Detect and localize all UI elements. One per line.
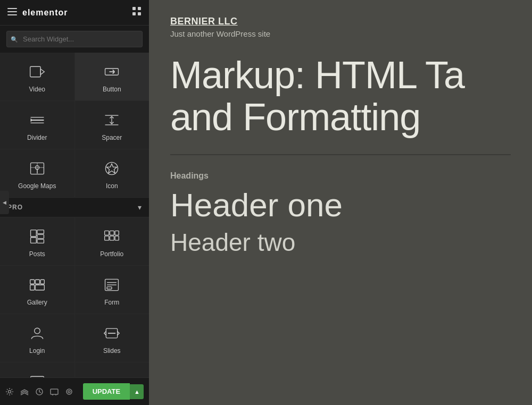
svg-rect-37 — [115, 236, 119, 240]
site-title: BERNIER LLC — [170, 16, 511, 27]
sidebar-footer: UPDATE ▲ — [0, 377, 149, 405]
widget-login[interactable]: Login — [0, 314, 74, 362]
svg-rect-3 — [132, 7, 136, 10]
gallery-icon — [28, 275, 47, 294]
site-preview: BERNIER LLC Just another WordPress site … — [149, 0, 532, 273]
svg-rect-32 — [105, 231, 109, 235]
page-title: Markup: HTML Ta and Formatting — [170, 54, 511, 138]
svg-rect-34 — [115, 231, 119, 235]
widget-portfolio-label: Portfolio — [100, 250, 123, 258]
update-dropdown-button[interactable]: ▲ — [130, 384, 144, 399]
svg-rect-41 — [30, 285, 34, 290]
widget-google-maps[interactable]: Google Maps — [0, 149, 74, 197]
header-two: Header two — [170, 228, 511, 257]
svg-point-47 — [34, 328, 40, 334]
svg-rect-36 — [110, 236, 114, 240]
widget-gallery-label: Gallery — [27, 299, 47, 306]
svg-marker-26 — [106, 164, 117, 173]
svg-rect-6 — [138, 12, 141, 15]
widget-login-label: Login — [29, 347, 45, 355]
widget-slides[interactable]: Slides — [75, 314, 149, 362]
svg-rect-30 — [37, 234, 44, 238]
button-icon — [102, 62, 121, 81]
svg-rect-40 — [40, 280, 44, 284]
slides-icon — [102, 324, 121, 343]
video-icon — [28, 62, 47, 81]
svg-rect-38 — [30, 280, 34, 284]
pro-section-arrow: ▾ — [138, 203, 142, 212]
widget-button[interactable]: Button — [75, 53, 149, 100]
svg-rect-1 — [7, 11, 17, 12]
svg-rect-46 — [107, 287, 112, 289]
widget-google-maps-label: Google Maps — [18, 182, 56, 190]
svg-marker-8 — [40, 69, 44, 75]
svg-rect-42 — [35, 285, 44, 290]
pro-section-header[interactable]: PRO ▾ — [0, 197, 149, 217]
widget-animated-headline[interactable]: Abc Animated Headline — [75, 362, 149, 377]
preview-icon[interactable] — [65, 387, 73, 396]
svg-marker-16 — [30, 118, 32, 122]
widget-posts[interactable]: Posts — [0, 217, 74, 265]
animated-headline-icon: Abc — [102, 372, 121, 377]
brand-name: elementor — [22, 8, 68, 18]
svg-point-61 — [68, 391, 70, 393]
svg-rect-7 — [30, 66, 40, 77]
widget-gallery[interactable]: Gallery — [0, 266, 74, 314]
widget-nav-menu[interactable]: Nav Menu — [0, 362, 74, 377]
svg-rect-31 — [37, 239, 44, 243]
main-preview: BERNIER LLC Just another WordPress site … — [149, 0, 532, 405]
svg-rect-33 — [110, 231, 114, 235]
widget-divider[interactable]: Divider — [0, 101, 74, 149]
search-input[interactable] — [6, 31, 143, 47]
svg-rect-39 — [35, 280, 39, 284]
widgets-container: Video Button — [0, 53, 149, 377]
footer-icons — [5, 387, 73, 396]
widget-portfolio[interactable]: Portfolio — [75, 217, 149, 265]
posts-icon — [28, 227, 47, 246]
collapse-handle[interactable] — [0, 191, 9, 214]
svg-rect-5 — [132, 12, 136, 15]
widget-form[interactable]: Form — [75, 266, 149, 314]
settings-icon[interactable] — [5, 387, 14, 396]
svg-rect-2 — [7, 14, 17, 15]
history-icon[interactable] — [35, 387, 44, 396]
widget-slides-label: Slides — [103, 347, 121, 355]
svg-rect-35 — [105, 236, 109, 240]
grid-icon[interactable] — [132, 6, 142, 19]
widget-divider-label: Divider — [27, 134, 47, 141]
icon-icon — [102, 159, 121, 178]
svg-rect-4 — [138, 7, 141, 10]
widget-video[interactable]: Video — [0, 53, 74, 100]
widget-spacer[interactable]: Spacer — [75, 101, 149, 149]
widget-video-label: Video — [29, 86, 45, 93]
widget-icon[interactable]: Icon — [75, 149, 149, 197]
widget-form-label: Form — [104, 299, 119, 306]
responsive-icon[interactable] — [50, 387, 59, 396]
svg-rect-28 — [30, 238, 36, 243]
widget-posts-label: Posts — [29, 250, 45, 258]
widgets-grid: Video Button — [0, 53, 149, 197]
svg-point-60 — [66, 389, 72, 394]
widget-spacer-label: Spacer — [102, 134, 122, 141]
google-maps-icon — [28, 159, 47, 178]
sidebar: elementor Video — [0, 0, 149, 405]
header-one: Header one — [170, 187, 511, 223]
headings-section-label: Headings — [170, 171, 511, 181]
svg-rect-27 — [30, 230, 36, 237]
sidebar-header: elementor — [0, 0, 149, 26]
login-icon — [28, 324, 47, 343]
svg-point-55 — [9, 390, 11, 393]
divider-line — [170, 154, 511, 155]
portfolio-icon — [102, 227, 121, 246]
layers-icon[interactable] — [20, 387, 29, 396]
widget-icon-label: Icon — [106, 182, 118, 190]
svg-rect-57 — [51, 389, 58, 394]
sidebar-header-left: elementor — [7, 7, 68, 18]
site-header: BERNIER LLC Just another WordPress site — [170, 16, 511, 38]
update-button[interactable]: UPDATE — [83, 383, 130, 400]
search-container — [0, 26, 149, 53]
svg-rect-29 — [37, 230, 44, 234]
hamburger-icon[interactable] — [7, 7, 17, 18]
pro-widgets-grid: Posts Portfolio — [0, 217, 149, 377]
spacer-icon — [102, 111, 121, 130]
